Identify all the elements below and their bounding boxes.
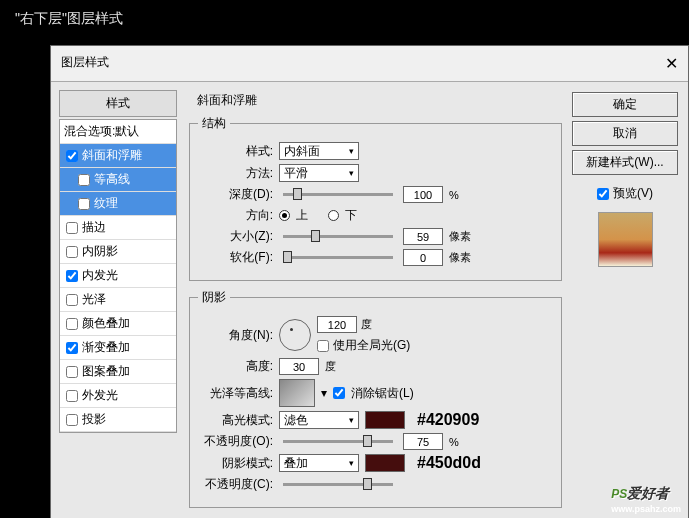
- highlight-opacity-unit: %: [449, 436, 459, 448]
- style-checkbox-10[interactable]: [66, 390, 78, 402]
- style-item-7[interactable]: 颜色叠加: [60, 312, 176, 336]
- dialog-title: 图层样式: [61, 54, 109, 73]
- section-title: 斜面和浮雕: [189, 90, 562, 113]
- style-label-0: 斜面和浮雕: [82, 147, 142, 164]
- highlight-hex: #420909: [417, 411, 479, 429]
- gloss-contour-label: 光泽等高线:: [198, 385, 273, 402]
- depth-slider[interactable]: [283, 193, 393, 196]
- style-item-6[interactable]: 光泽: [60, 288, 176, 312]
- blend-options-row[interactable]: 混合选项:默认: [60, 120, 176, 144]
- new-style-button[interactable]: 新建样式(W)...: [572, 150, 678, 175]
- style-label-6: 光泽: [82, 291, 106, 308]
- contour-arrow-icon[interactable]: ▾: [321, 386, 327, 400]
- depth-label: 深度(D):: [198, 186, 273, 203]
- shadow-legend: 阴影: [198, 289, 230, 306]
- altitude-input[interactable]: [279, 358, 319, 375]
- highlight-opacity-label: 不透明度(O):: [198, 433, 273, 450]
- outer-title: "右下层"图层样式: [0, 0, 689, 38]
- style-item-9[interactable]: 图案叠加: [60, 360, 176, 384]
- soften-slider[interactable]: [283, 256, 393, 259]
- shadow-mode-label: 阴影模式:: [198, 455, 273, 472]
- cancel-button[interactable]: 取消: [572, 121, 678, 146]
- shadow-opacity-label: 不透明度(C):: [198, 476, 273, 493]
- style-label-2: 纹理: [94, 195, 118, 212]
- style-item-2[interactable]: 纹理: [60, 192, 176, 216]
- styles-panel: 样式 混合选项:默认 斜面和浮雕等高线纹理描边内阴影内发光光泽颜色叠加渐变叠加图…: [59, 90, 177, 516]
- layer-style-dialog: 图层样式 ✕ 样式 混合选项:默认 斜面和浮雕等高线纹理描边内阴影内发光光泽颜色…: [50, 45, 689, 518]
- gloss-contour-picker[interactable]: [279, 379, 315, 407]
- preview-thumbnail: [598, 212, 653, 267]
- preview-checkbox[interactable]: [597, 188, 609, 200]
- highlight-mode-select[interactable]: 滤色: [279, 411, 359, 429]
- style-checkbox-11[interactable]: [66, 414, 78, 426]
- style-checkbox-2[interactable]: [78, 198, 90, 210]
- style-label-8: 渐变叠加: [82, 339, 130, 356]
- style-checkbox-8[interactable]: [66, 342, 78, 354]
- altitude-unit: 度: [325, 359, 336, 374]
- shadow-opacity-slider[interactable]: [283, 483, 393, 486]
- depth-input[interactable]: [403, 186, 443, 203]
- style-label-9: 图案叠加: [82, 363, 130, 380]
- watermark: PS爱好者 www.psahz.com: [611, 478, 681, 514]
- style-label-1: 等高线: [94, 171, 130, 188]
- angle-dial[interactable]: [279, 319, 311, 351]
- technique-label: 方法:: [198, 165, 273, 182]
- style-checkbox-0[interactable]: [66, 150, 78, 162]
- direction-down-radio[interactable]: [328, 210, 339, 221]
- styles-header[interactable]: 样式: [59, 90, 177, 117]
- style-checkbox-9[interactable]: [66, 366, 78, 378]
- size-slider[interactable]: [283, 235, 393, 238]
- style-checkbox-6[interactable]: [66, 294, 78, 306]
- style-label-7: 颜色叠加: [82, 315, 130, 332]
- highlight-opacity-slider[interactable]: [283, 440, 393, 443]
- style-select[interactable]: 内斜面: [279, 142, 359, 160]
- style-item-3[interactable]: 描边: [60, 216, 176, 240]
- style-checkbox-5[interactable]: [66, 270, 78, 282]
- style-item-0[interactable]: 斜面和浮雕: [60, 144, 176, 168]
- settings-panel: 斜面和浮雕 结构 样式: 内斜面 方法: 平滑 深度(D): %: [185, 90, 562, 516]
- highlight-opacity-input[interactable]: [403, 433, 443, 450]
- style-label-11: 投影: [82, 411, 106, 428]
- structure-legend: 结构: [198, 115, 230, 132]
- shadow-mode-select[interactable]: 叠加: [279, 454, 359, 472]
- preview-label: 预览(V): [613, 185, 653, 202]
- style-label-4: 内阴影: [82, 243, 118, 260]
- style-item-10[interactable]: 外发光: [60, 384, 176, 408]
- shadow-hex: #450d0d: [417, 454, 481, 472]
- style-item-1[interactable]: 等高线: [60, 168, 176, 192]
- style-label-5: 内发光: [82, 267, 118, 284]
- style-label-10: 外发光: [82, 387, 118, 404]
- antialias-checkbox[interactable]: [333, 387, 345, 399]
- angle-unit: 度: [361, 317, 372, 332]
- style-item-5[interactable]: 内发光: [60, 264, 176, 288]
- soften-label: 软化(F):: [198, 249, 273, 266]
- direction-down-label: 下: [345, 207, 357, 224]
- angle-label: 角度(N):: [198, 327, 273, 344]
- direction-up-radio[interactable]: [279, 210, 290, 221]
- style-checkbox-7[interactable]: [66, 318, 78, 330]
- style-item-4[interactable]: 内阴影: [60, 240, 176, 264]
- depth-unit: %: [449, 189, 459, 201]
- style-item-11[interactable]: 投影: [60, 408, 176, 432]
- size-unit: 像素: [449, 229, 471, 244]
- dialog-header: 图层样式 ✕: [51, 46, 688, 82]
- technique-select[interactable]: 平滑: [279, 164, 359, 182]
- buttons-panel: 确定 取消 新建样式(W)... 预览(V): [570, 90, 680, 516]
- style-checkbox-4[interactable]: [66, 246, 78, 258]
- soften-input[interactable]: [403, 249, 443, 266]
- highlight-mode-label: 高光模式:: [198, 412, 273, 429]
- antialias-label: 消除锯齿(L): [351, 385, 414, 402]
- style-checkbox-1[interactable]: [78, 174, 90, 186]
- global-light-label: 使用全局光(G): [333, 337, 410, 354]
- highlight-color-swatch[interactable]: [365, 411, 405, 429]
- shadow-color-swatch[interactable]: [365, 454, 405, 472]
- style-checkbox-3[interactable]: [66, 222, 78, 234]
- direction-up-label: 上: [296, 207, 308, 224]
- global-light-checkbox[interactable]: [317, 340, 329, 352]
- angle-input[interactable]: [317, 316, 357, 333]
- altitude-label: 高度:: [198, 358, 273, 375]
- ok-button[interactable]: 确定: [572, 92, 678, 117]
- close-icon[interactable]: ✕: [665, 54, 678, 73]
- size-input[interactable]: [403, 228, 443, 245]
- style-item-8[interactable]: 渐变叠加: [60, 336, 176, 360]
